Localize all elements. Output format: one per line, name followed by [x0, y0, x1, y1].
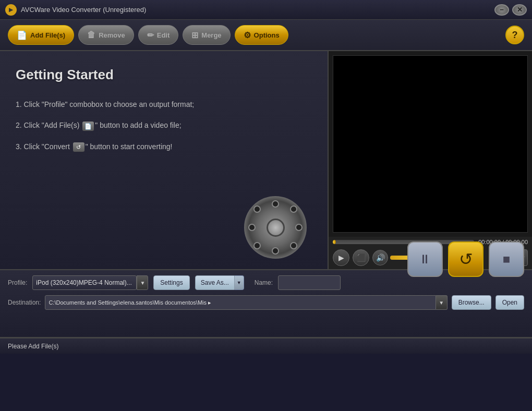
destination-input-container: ▼ — [45, 295, 447, 310]
options-label: Options — [254, 31, 280, 39]
profile-label: Profile: — [8, 279, 27, 286]
save-as-label: Save As... — [201, 279, 229, 286]
convert-panel: ⏸ ↺ ■ — [407, 241, 524, 277]
toolbar: 📄 Add File(s) 🗑 Remove ✏ Edit ⊞ Merge ⚙ … — [0, 20, 532, 51]
reel-hole — [272, 200, 279, 208]
destination-row: Destination: ▼ Browse... Open — [8, 295, 524, 310]
edit-icon: ✏ — [147, 30, 154, 40]
titlebar: ▶ AVCWare Video Converter (Unregistered)… — [0, 0, 532, 20]
reel-hole — [290, 242, 297, 249]
reel-center — [267, 219, 285, 237]
add-inline-icon: 📄 — [82, 122, 94, 131]
browse-button[interactable]: Browse... — [452, 295, 491, 310]
add-files-button[interactable]: 📄 Add File(s) — [8, 25, 74, 45]
status-text: Please Add File(s) — [8, 343, 58, 350]
reel-hole — [248, 224, 256, 231]
convert-icon: ↺ — [459, 249, 473, 269]
minimize-button[interactable]: − — [494, 4, 509, 16]
reel-hole — [295, 224, 303, 231]
name-input[interactable] — [278, 275, 341, 290]
browse-label: Browse... — [458, 299, 485, 306]
main-content: Getting Started 1. Click "Profile" combo… — [0, 51, 532, 270]
volume-button[interactable]: 🔊 — [372, 250, 388, 265]
reel-hole — [253, 242, 261, 249]
stop-icon: ■ — [503, 252, 511, 267]
pause-icon: ⏸ — [419, 252, 431, 267]
step-3: 3. Click "Convert ↺" button to start con… — [16, 141, 312, 152]
profile-row: Profile: iPod (320x240)MPEG-4 Normal)...… — [8, 275, 524, 290]
options-icon: ⚙ — [244, 30, 251, 40]
step-3-text: 3. Click "Convert ↺" button to start con… — [16, 142, 173, 151]
remove-button[interactable]: 🗑 Remove — [78, 25, 134, 45]
settings-button[interactable]: Settings — [153, 275, 189, 290]
step-1-text: 1. Click "Profile" combobox to choose an… — [16, 100, 194, 108]
step-2: 2. Click "Add File(s) 📄" button to add a… — [16, 119, 312, 131]
open-label: Open — [502, 299, 517, 306]
stop-button[interactable]: ⬛ — [353, 249, 369, 266]
add-files-icon: 📄 — [17, 30, 27, 40]
options-button[interactable]: ⚙ Options — [235, 25, 288, 45]
settings-label: Settings — [160, 279, 183, 286]
save-as-button[interactable]: Save As... — [195, 275, 235, 290]
reel-hole — [253, 206, 261, 213]
convert-button[interactable]: ↺ — [448, 241, 483, 277]
convert-inline-icon: ↺ — [73, 142, 84, 152]
destination-input[interactable] — [45, 295, 436, 310]
profile-select-container: iPod (320x240)MPEG-4 Normal)... ▼ — [32, 275, 148, 290]
app-title: AVCWare Video Converter (Unregistered) — [21, 6, 494, 14]
destination-dropdown-arrow[interactable]: ▼ — [436, 295, 448, 310]
add-files-label: Add File(s) — [30, 31, 65, 39]
step-2-text: 2. Click "Add File(s) 📄" button to add a… — [16, 121, 182, 129]
bottom-panel: Profile: iPod (320x240)MPEG-4 Normal)...… — [0, 270, 532, 338]
getting-started-panel: Getting Started 1. Click "Profile" combo… — [0, 51, 329, 269]
save-as-dropdown-arrow[interactable]: ▼ — [235, 275, 244, 290]
stop-convert-button[interactable]: ■ — [489, 241, 524, 277]
window-controls: − ✕ — [494, 4, 527, 16]
video-preview-area — [333, 55, 528, 233]
pause-button[interactable]: ⏸ — [407, 241, 443, 277]
edit-button[interactable]: ✏ Edit — [138, 25, 179, 45]
close-button[interactable]: ✕ — [512, 4, 527, 16]
help-button[interactable]: ? — [505, 26, 524, 44]
save-as-container: Save As... ▼ — [195, 275, 244, 290]
name-label: Name: — [255, 279, 273, 286]
reel-outer — [244, 196, 307, 259]
profile-dropdown-arrow[interactable]: ▼ — [137, 275, 148, 290]
destination-label: Destination: — [8, 299, 41, 306]
film-reel-decoration — [244, 196, 307, 259]
remove-icon: 🗑 — [87, 30, 95, 40]
step-1: 1. Click "Profile" combobox to choose an… — [16, 99, 312, 110]
play-button[interactable]: ▶ — [333, 249, 349, 266]
profile-select[interactable]: iPod (320x240)MPEG-4 Normal)... — [32, 275, 137, 290]
app-icon: ▶ — [5, 4, 17, 16]
statusbar: Please Add File(s) — [0, 338, 532, 354]
open-button[interactable]: Open — [495, 295, 524, 310]
reel-hole — [272, 247, 279, 255]
edit-label: Edit — [157, 31, 170, 39]
merge-label: Merge — [201, 31, 221, 39]
remove-label: Remove — [99, 31, 125, 39]
video-panel: 00:00:00 / 00:00:00 ▶ ⬛ 🔊 📷 ▼ — [329, 51, 532, 269]
reel-hole — [290, 206, 297, 213]
progress-thumb — [333, 240, 336, 244]
getting-started-title: Getting Started — [16, 67, 312, 83]
merge-button[interactable]: ⊞ Merge — [183, 25, 230, 45]
merge-icon: ⊞ — [191, 30, 198, 40]
